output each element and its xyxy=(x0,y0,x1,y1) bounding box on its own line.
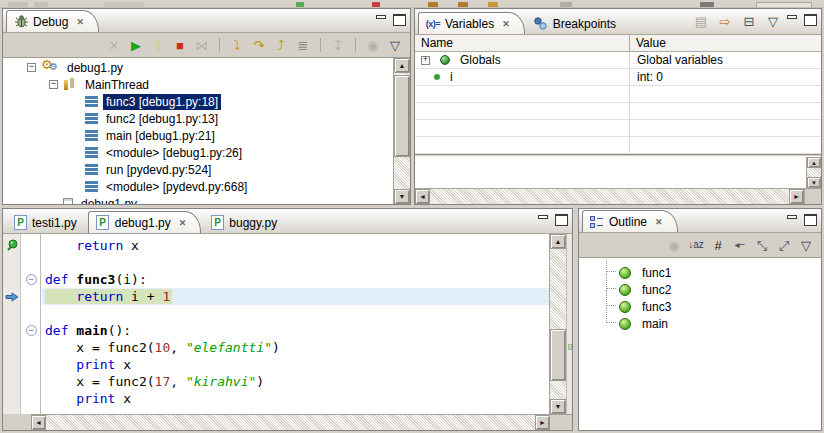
scroll-up-icon[interactable]: ▲ xyxy=(550,234,566,249)
scrollbar-thumb[interactable] xyxy=(394,75,410,157)
code-line[interactable]: def func3(i): xyxy=(3,271,549,288)
tab-testi1-py[interactable]: Ptesti1.py xyxy=(6,212,86,233)
editor-horizontal-scrollbar[interactable]: ◄ ► xyxy=(31,414,550,430)
hide-members-icon[interactable]: ◂− xyxy=(732,237,748,254)
minimize-view-button[interactable] xyxy=(375,14,387,24)
code-line[interactable]: def main(): xyxy=(3,322,549,339)
tab-outline[interactable]: Outline✕ xyxy=(582,210,678,232)
debug-tree-item[interactable]: −MainThread xyxy=(3,76,393,93)
scrollbar-track[interactable] xyxy=(807,168,821,177)
code-line[interactable]: x = func2(17, "kirahvi") xyxy=(3,373,549,390)
collapse-all-icon[interactable]: ⊟ xyxy=(741,13,757,30)
view-menu-icon[interactable]: ▽ xyxy=(387,37,403,54)
variables-horizontal-scrollbar[interactable]: ◄ ► xyxy=(415,188,821,204)
scrollbar-track[interactable] xyxy=(550,249,566,399)
code-line[interactable]: return i + 1 xyxy=(3,288,549,305)
tab-debug1-py[interactable]: Pdebug1.py✕ xyxy=(88,211,202,233)
minimize-view-button[interactable] xyxy=(537,214,549,224)
overview-annotation-mark[interactable] xyxy=(568,344,572,350)
column-header-value[interactable]: Value xyxy=(630,35,821,51)
debug-tree-item[interactable]: <module> [pydevd.py:668] xyxy=(3,178,393,195)
terminate-icon[interactable]: ■ xyxy=(172,37,188,54)
debug-tree-item[interactable]: func2 [debug1.py:13] xyxy=(3,110,393,127)
disconnect-icon[interactable]: ⋈ xyxy=(194,37,210,54)
scroll-up-icon[interactable]: ▲ xyxy=(394,58,410,73)
debug-tree-item[interactable]: <module> [debug1.py:26] xyxy=(3,144,393,161)
scroll-down-icon[interactable]: ▼ xyxy=(807,177,821,188)
scroll-down-icon[interactable]: ▼ xyxy=(394,189,410,204)
remove-all-terminated-icon[interactable]: ✕ xyxy=(106,37,122,54)
expand-all-icon[interactable]: ⤢ xyxy=(776,237,792,254)
tree-expander-icon[interactable]: − xyxy=(27,63,36,72)
method-icon xyxy=(619,301,631,313)
breakpoint-icon[interactable] xyxy=(5,239,18,252)
link-with-editor-icon[interactable]: ◉ xyxy=(666,237,682,254)
tree-expander-icon[interactable]: + xyxy=(421,56,430,65)
debug-tree-item[interactable]: func3 [debug1.py:18] xyxy=(3,93,393,110)
tab-breakpoints[interactable]: Breakpoints xyxy=(527,13,625,34)
debug-tree-item[interactable]: debug1.py xyxy=(3,195,393,204)
detail-pane-scrollbar[interactable]: ▲ ▼ xyxy=(806,157,821,188)
resume-icon[interactable]: ▶ xyxy=(128,37,144,54)
minimize-view-button[interactable] xyxy=(786,214,798,224)
scrollbar-thumb[interactable] xyxy=(550,329,566,381)
maximize-view-button[interactable] xyxy=(804,14,816,24)
step-filters-icon[interactable]: ≣ xyxy=(295,37,311,54)
sort-alphabetically-icon[interactable]: ↓az xyxy=(688,237,704,254)
code-line[interactable] xyxy=(3,305,549,322)
code-editor-area[interactable]: −− return xdef func3(i): return i + 1def… xyxy=(3,234,572,414)
debug-extra-icon[interactable]: ◉ xyxy=(365,37,381,54)
scroll-left-icon[interactable]: ◄ xyxy=(31,415,46,430)
tab-variables[interactable]: (x)=Variables✕ xyxy=(418,12,525,34)
scrollbar-track[interactable] xyxy=(46,415,535,430)
variable-row[interactable]: +GlobalsGlobal variables xyxy=(415,52,821,69)
show-detail-pane-icon[interactable]: ▤ xyxy=(693,13,709,30)
debug-tree-item[interactable]: −debug1.py xyxy=(3,59,393,76)
column-header-name[interactable]: Name xyxy=(415,35,630,51)
outline-item[interactable]: main xyxy=(579,315,821,332)
scroll-left-icon[interactable]: ◄ xyxy=(415,189,430,204)
maximize-view-button[interactable] xyxy=(555,214,567,224)
close-tab-icon[interactable]: ✕ xyxy=(179,218,187,228)
maximize-view-button[interactable] xyxy=(804,214,816,224)
view-menu-icon[interactable]: ▽ xyxy=(798,237,814,254)
scroll-down-icon[interactable]: ▼ xyxy=(550,399,566,414)
code-line[interactable]: print x xyxy=(3,356,549,373)
scroll-right-icon[interactable]: ► xyxy=(535,415,550,430)
overview-ruler[interactable] xyxy=(566,234,572,414)
scroll-up-icon[interactable]: ▲ xyxy=(807,157,821,168)
scrollbar-track[interactable] xyxy=(394,73,410,189)
editor-vertical-scrollbar[interactable]: ▲ ▼ xyxy=(549,234,566,414)
hide-comments-icon[interactable]: # xyxy=(710,237,726,254)
tab-buggy-py[interactable]: Pbuggy.py xyxy=(203,212,286,233)
code-line[interactable]: x = func2(10, "elefantti") xyxy=(3,339,549,356)
scroll-right-icon[interactable]: ► xyxy=(789,189,804,204)
close-tab-icon[interactable]: ✕ xyxy=(655,217,663,227)
close-tab-icon[interactable]: ✕ xyxy=(76,17,84,27)
code-line[interactable]: return x xyxy=(3,237,549,254)
step-return-icon[interactable]: ⤴ xyxy=(273,37,289,54)
maximize-view-button[interactable] xyxy=(393,14,405,24)
variable-row[interactable]: iint: 0 xyxy=(415,69,821,86)
step-into-icon[interactable]: ⤵ xyxy=(229,37,245,54)
collapse-all-icon[interactable]: ⤡ xyxy=(754,237,770,254)
minimize-view-button[interactable] xyxy=(786,14,798,24)
close-tab-icon[interactable]: ✕ xyxy=(502,19,510,29)
debug-tree-item[interactable]: main [debug1.py:21] xyxy=(3,127,393,144)
debug-tree-scrollbar[interactable]: ▲ ▼ xyxy=(393,58,410,204)
code-line[interactable] xyxy=(3,254,549,271)
scrollbar-track[interactable] xyxy=(430,189,789,204)
tab-debug[interactable]: Debug✕ xyxy=(6,10,99,32)
suspend-icon[interactable]: ∥ xyxy=(150,37,166,54)
drop-to-frame-icon[interactable]: ↧ xyxy=(330,37,346,54)
fold-collapse-icon[interactable]: − xyxy=(26,274,37,285)
debug-tree-item[interactable]: run [pydevd.py:524] xyxy=(3,161,393,178)
code-text[interactable]: return xdef func3(i): return i + 1def ma… xyxy=(3,237,549,407)
fold-collapse-icon[interactable]: − xyxy=(26,325,37,336)
tree-expander-icon[interactable]: − xyxy=(49,80,58,89)
variable-detail-pane[interactable]: ▲ ▼ xyxy=(415,157,821,188)
show-logical-structure-icon[interactable]: ⇨ xyxy=(717,13,733,30)
step-over-icon[interactable]: ↷ xyxy=(251,37,267,54)
code-line[interactable]: print x xyxy=(3,390,549,407)
view-menu-icon[interactable]: ▽ xyxy=(765,13,781,30)
